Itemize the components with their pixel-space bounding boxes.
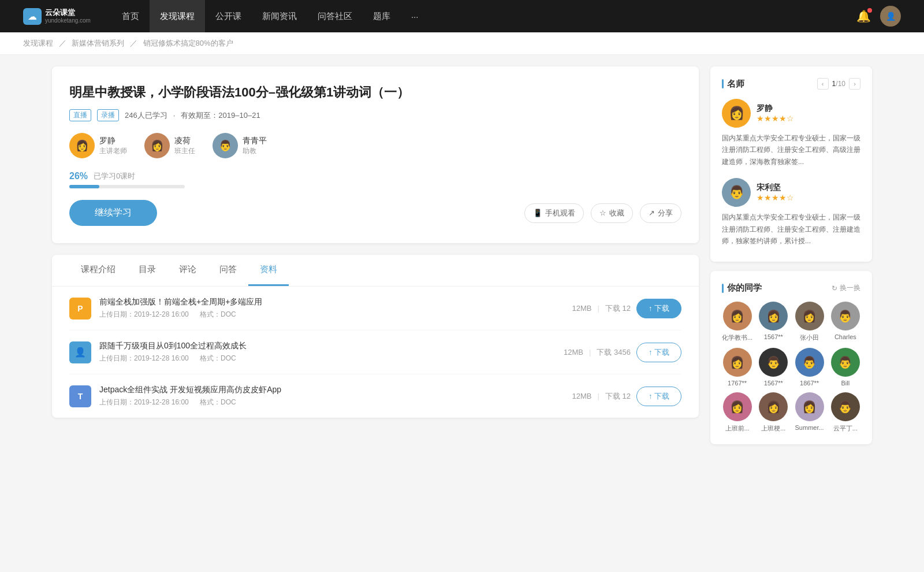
teacher-2-avatar: 👨 <box>213 133 238 158</box>
classmate-5-avatar: 👨 <box>759 348 788 377</box>
classmate-0[interactable]: 👩 化学教书... <box>722 302 752 342</box>
breadcrumb: 发现课程 ／ 新媒体营销系列 ／ 销冠修炼术搞定80%的客户 <box>0 32 924 55</box>
resource-info-2: Jetpack全组件实战 开发短视频应用高仿皮皮虾App 上传日期：2019-1… <box>99 385 564 407</box>
classmate-8-name: 上班前... <box>725 424 750 433</box>
progress-bar-fill <box>69 185 99 188</box>
resource-downloads-2: 下载 12 <box>605 391 631 402</box>
classmate-5-name: 1567** <box>764 380 783 387</box>
teacher-1-role: 班主任 <box>174 146 195 156</box>
badge-record: 录播 <box>97 109 119 121</box>
star-icon: ☆ <box>599 209 606 217</box>
resource-downloads-0: 下载 12 <box>605 303 631 314</box>
classmate-5[interactable]: 👨 1567** <box>758 348 788 387</box>
teacher-card-0-name: 罗静 <box>757 103 794 114</box>
nav-item-home[interactable]: 首页 <box>111 0 150 32</box>
logo-main: 云朵课堂 <box>45 8 91 17</box>
classmate-8[interactable]: 👩 上班前... <box>722 392 752 433</box>
teacher-card-1-name: 宋利坚 <box>757 183 794 193</box>
resource-downloads-1: 下载 3456 <box>597 347 631 358</box>
teacher-0-avatar: 👩 <box>69 133 95 158</box>
tab-comment[interactable]: 评论 <box>167 255 208 286</box>
teacher-0: 👩 罗静 主讲老师 <box>69 133 127 158</box>
teacher-0-name: 罗静 <box>99 136 127 146</box>
download-button-1[interactable]: ↑ 下载 <box>636 343 681 362</box>
classmate-1[interactable]: 👩 1567** <box>758 302 788 342</box>
refresh-button[interactable]: ↻ 换一换 <box>832 283 860 293</box>
resource-meta-1: 上传日期：2019-12-28 16:00 格式：DOC <box>99 354 556 363</box>
share-button[interactable]: ↗ 分享 <box>640 203 681 223</box>
classmate-4[interactable]: 👩 1767** <box>722 348 752 387</box>
teacher-card-0: 👩 罗静 ★★★★☆ 国内某重点大学安全工程专业硕士，国家一级注册消防工程师、注… <box>722 99 860 168</box>
user-avatar-nav[interactable]: 👤 <box>880 6 901 27</box>
teachers-panel: 名师 ‹ 1/10 › 👩 罗静 ★★★★☆ <box>710 66 872 262</box>
badge-live: 直播 <box>69 109 91 121</box>
classmate-9[interactable]: 👩 上班梗... <box>758 392 788 433</box>
breadcrumb-sep-2: ／ <box>130 39 137 47</box>
resource-size-2: 12MB <box>572 392 591 400</box>
tab-qa[interactable]: 问答 <box>208 255 248 286</box>
tab-catalog[interactable]: 目录 <box>127 255 167 286</box>
next-page-button[interactable]: › <box>849 78 860 90</box>
classmate-2-avatar: 👩 <box>795 302 824 330</box>
teachers-row: 👩 罗静 主讲老师 👩 凌荷 班主任 👨 青青平 <box>69 133 681 158</box>
resource-item-2: T Jetpack全组件实战 开发短视频应用高仿皮皮虾App 上传日期：2019… <box>69 374 681 418</box>
classmate-9-name: 上班梗... <box>761 424 785 433</box>
notification-dot <box>867 8 872 13</box>
resource-right-0: 12MB | 下载 12 ↑ 下载 <box>572 299 681 318</box>
tab-intro[interactable]: 课程介绍 <box>69 255 127 286</box>
progress-desc: 已学习0课时 <box>94 171 135 181</box>
progress-pct: 26% <box>69 171 88 181</box>
classmate-6[interactable]: 👨 1867** <box>794 348 824 387</box>
classmate-3-avatar: 👨 <box>831 302 860 330</box>
nav-item-news[interactable]: 新闻资讯 <box>252 0 307 32</box>
nav-item-open[interactable]: 公开课 <box>205 0 252 32</box>
resource-info-0: 前端全栈加强版！前端全栈+全周期+多端应用 上传日期：2019-12-28 16… <box>99 297 564 320</box>
tab-resource[interactable]: 资料 <box>248 255 289 286</box>
resource-item-1: 👤 跟随千万级项目从0到100全过程高效成长 上传日期：2019-12-28 1… <box>69 330 681 374</box>
breadcrumb-sep-1: ／ <box>59 39 66 47</box>
classmate-4-name: 1767** <box>728 380 747 387</box>
classmate-2-name: 张小田 <box>800 333 819 342</box>
navbar: ☁ 云朵课堂 yundoketang.com 首页 发现课程 公开课 新闻资讯 … <box>0 0 924 32</box>
resource-info-1: 跟随千万级项目从0到100全过程高效成长 上传日期：2019-12-28 16:… <box>99 341 556 363</box>
resource-item-0: P 前端全栈加强版！前端全栈+全周期+多端应用 上传日期：2019-12-28 … <box>69 287 681 330</box>
teacher-card-1-avatar: 👨 <box>722 178 751 207</box>
breadcrumb-item-2[interactable]: 新媒体营销系列 <box>72 39 124 47</box>
classmate-6-name: 1867** <box>800 380 819 387</box>
classmate-0-name: 化学教书... <box>722 333 752 342</box>
classmate-11-name: 云平丁... <box>833 424 858 433</box>
classmate-8-avatar: 👩 <box>723 392 752 421</box>
classmate-2[interactable]: 👩 张小田 <box>794 302 824 342</box>
student-count: 246人已学习 <box>125 110 167 121</box>
valid-until: 有效期至：2019–10–21 <box>181 110 260 121</box>
nav-item-qa[interactable]: 问答社区 <box>307 0 363 32</box>
resource-name-1: 跟随千万级项目从0到100全过程高效成长 <box>99 341 556 351</box>
mobile-watch-button[interactable]: 📱 手机观看 <box>524 203 584 223</box>
classmate-3[interactable]: 👨 Charles <box>830 302 860 342</box>
nav-item-quiz[interactable]: 题库 <box>363 0 401 32</box>
classmate-7[interactable]: 👨 Bill <box>830 348 860 387</box>
logo-sub: yundoketang.com <box>45 17 91 24</box>
continue-button[interactable]: 继续学习 <box>69 200 157 226</box>
bell-button[interactable]: 🔔 <box>856 9 871 23</box>
collect-button[interactable]: ☆ 收藏 <box>591 203 633 223</box>
resource-size-0: 12MB <box>572 304 591 313</box>
teachers-panel-header: 名师 ‹ 1/10 › <box>722 78 860 90</box>
download-button-2[interactable]: ↑ 下载 <box>636 387 681 406</box>
teacher-1: 👩 凌荷 班主任 <box>144 133 195 158</box>
tabs: 课程介绍 目录 评论 问答 资料 <box>52 255 699 287</box>
tabs-section: 课程介绍 目录 评论 问答 资料 P 前端全栈加强版！前端全栈+全周期+多端应用… <box>52 255 699 418</box>
classmate-11[interactable]: 👨 云平丁... <box>830 392 860 433</box>
nav-item-more[interactable]: ··· <box>401 0 429 32</box>
resource-size-1: 12MB <box>564 348 583 356</box>
course-meta: 直播 录播 246人已学习 · 有效期至：2019–10–21 <box>69 109 681 121</box>
breadcrumb-item-1[interactable]: 发现课程 <box>23 39 53 47</box>
teacher-card-1: 👨 宋利坚 ★★★★☆ 国内某重点大学安全工程专业硕士，国家一级注册消防工程师、… <box>722 178 860 247</box>
nav-item-discover[interactable]: 发现课程 <box>150 0 205 32</box>
prev-page-button[interactable]: ‹ <box>817 78 829 90</box>
logo[interactable]: ☁ 云朵课堂 yundoketang.com <box>23 8 91 25</box>
nav-right: 🔔 👤 <box>856 6 901 27</box>
classmate-10[interactable]: 👩 Summer... <box>794 392 824 433</box>
teachers-panel-title: 名师 <box>722 79 744 90</box>
download-button-0[interactable]: ↑ 下载 <box>636 299 681 318</box>
